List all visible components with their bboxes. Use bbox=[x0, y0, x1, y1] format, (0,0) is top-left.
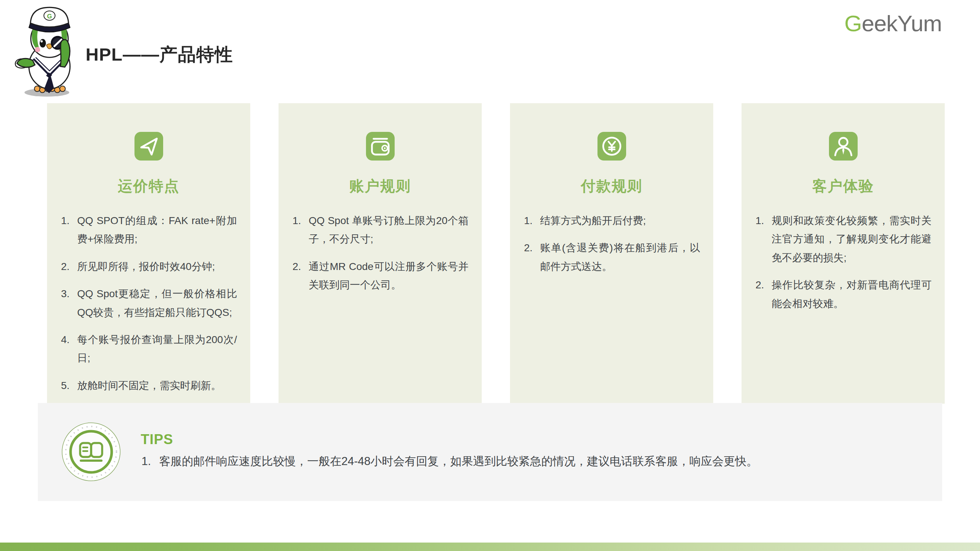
list-item: 放舱时间不固定，需实时刷新。 bbox=[60, 376, 237, 395]
tips-body: TIPS 客服的邮件响应速度比较慢，一般在24-48小时会有回复，如果遇到比较紧… bbox=[141, 432, 920, 470]
slide: G HPL——产品特性 GeekYum 运价特点 QQ SPOT的组成：FAK … bbox=[0, 0, 980, 551]
card-item-list: QQ SPOT的组成：FAK rate+附加费+保险费用;所见即所得，报价时效4… bbox=[60, 211, 237, 395]
send-icon bbox=[135, 132, 163, 160]
card-freight-features: 运价特点 QQ SPOT的组成：FAK rate+附加费+保险费用;所见即所得，… bbox=[47, 103, 250, 404]
wallet-icon bbox=[366, 132, 395, 160]
list-item: 结算方式为船开后付费; bbox=[523, 211, 700, 230]
page-title: HPL——产品特性 bbox=[86, 43, 233, 67]
list-item: QQ Spot更稳定，但一般价格相比QQ较贵，有些指定船只能订QQS; bbox=[60, 285, 237, 322]
list-item: 规则和政策变化较频繁，需实时关注官方通知，了解规则变化才能避免不必要的损失; bbox=[755, 211, 932, 267]
card-title: 运价特点 bbox=[60, 176, 237, 196]
brand-logo-g: G bbox=[845, 11, 862, 36]
list-item: 账单(含退关费)将在船到港后，以邮件方式送达。 bbox=[523, 239, 700, 276]
tips-title: TIPS bbox=[141, 432, 920, 448]
brand-logo-rest: eekYum bbox=[862, 11, 942, 36]
card-title: 账户规则 bbox=[292, 176, 468, 196]
card-title: 客户体验 bbox=[755, 176, 932, 196]
card-account-rules: 账户规则 QQ Spot 单账号订舱上限为20个箱子，不分尺寸;通过MR Cod… bbox=[278, 103, 482, 404]
card-item-list: 规则和政策变化较频繁，需实时关注官方通知，了解规则变化才能避免不必要的损失;操作… bbox=[755, 211, 932, 313]
tips-panel: TIPS 客服的邮件响应速度比较慢，一般在24-48小时会有回复，如果遇到比较紧… bbox=[38, 403, 942, 501]
list-item: QQ SPOT的组成：FAK rate+附加费+保险费用; bbox=[60, 211, 237, 249]
list-item: 操作比较复杂，对新晋电商代理可能会相对较难。 bbox=[755, 276, 932, 313]
list-item: 客服的邮件响应速度比较慢，一般在24-48小时会有回复，如果遇到比较紧急的情况，… bbox=[141, 453, 920, 470]
list-item: 通过MR Code可以注册多个账号并关联到同一个公司。 bbox=[292, 257, 468, 295]
yuan-coin-icon bbox=[598, 132, 626, 160]
tips-item-list: 客服的邮件响应速度比较慢，一般在24-48小时会有回复，如果遇到比较紧急的情况，… bbox=[141, 453, 920, 470]
list-item: 所见即所得，报价时效40分钟; bbox=[60, 257, 237, 276]
feature-cards: 运价特点 QQ SPOT的组成：FAK rate+附加费+保险费用;所见即所得，… bbox=[47, 103, 945, 394]
card-item-list: QQ Spot 单账号订舱上限为20个箱子，不分尺寸;通过MR Code可以注册… bbox=[292, 211, 468, 295]
open-book-icon bbox=[61, 422, 121, 481]
user-icon bbox=[829, 132, 858, 160]
list-item: QQ Spot 单账号订舱上限为20个箱子，不分尺寸; bbox=[292, 211, 468, 249]
mascot-bird-logo: G bbox=[13, 5, 79, 98]
card-title: 付款规则 bbox=[523, 176, 700, 196]
list-item: 每个账号报价查询量上限为200次/日; bbox=[60, 330, 237, 368]
card-customer-experience: 客户体验 规则和政策变化较频繁，需实时关注官方通知，了解规则变化才能避免不必要的… bbox=[741, 103, 945, 404]
bottom-accent-bar bbox=[0, 543, 980, 551]
svg-text:G: G bbox=[47, 13, 52, 20]
card-item-list: 结算方式为船开后付费;账单(含退关费)将在船到港后，以邮件方式送达。 bbox=[523, 211, 700, 276]
brand-logo: GeekYum bbox=[845, 10, 942, 37]
card-payment-rules: 付款规则 结算方式为船开后付费;账单(含退关费)将在船到港后，以邮件方式送达。 bbox=[510, 103, 713, 404]
